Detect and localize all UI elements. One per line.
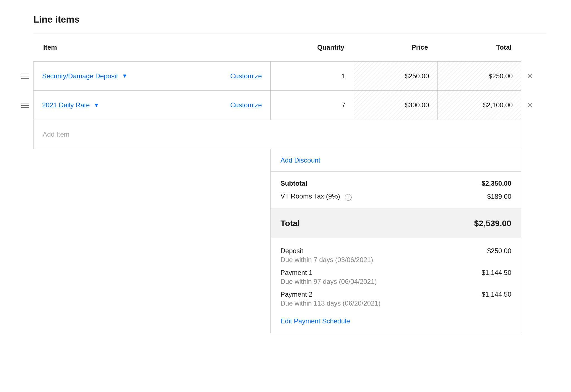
- add-discount-link[interactable]: Add Discount: [280, 156, 320, 164]
- payment-title: Payment 2: [280, 291, 313, 298]
- drag-handle[interactable]: [17, 91, 33, 120]
- add-item-input[interactable]: [42, 130, 513, 139]
- customize-link[interactable]: Customize: [230, 101, 262, 109]
- payment-title: Deposit: [280, 247, 303, 255]
- payment-due: Due within 113 days (06/20/2021): [280, 299, 511, 307]
- edit-payment-schedule-link[interactable]: Edit Payment Schedule: [280, 317, 350, 325]
- tax-label-wrap: VT Rooms Tax (9%) i: [280, 192, 352, 201]
- tax-label: VT Rooms Tax (9%): [280, 192, 340, 200]
- table-header-row: Item Quantity Price Total: [17, 33, 558, 61]
- payment-amount: $1,144.50: [482, 269, 511, 277]
- subtotal-label: Subtotal: [280, 180, 307, 187]
- price-cell: $300.00: [354, 91, 438, 120]
- payment-amount: $1,144.50: [482, 291, 511, 298]
- price-cell: $250.00: [354, 61, 438, 91]
- col-header-price: Price: [354, 43, 438, 51]
- payment-title: Payment 1: [280, 269, 313, 277]
- total-label: Total: [280, 219, 300, 228]
- line-total-cell: $250.00: [438, 61, 521, 91]
- item-name-cell: Security/Damage Deposit ▼ Customize: [33, 61, 270, 91]
- section-title: Line items: [33, 14, 560, 25]
- quantity-cell[interactable]: 7: [270, 91, 354, 120]
- item-name-cell: 2021 Daily Rate ▼ Customize: [33, 91, 270, 120]
- payment-item: Deposit $250.00 Due within 7 days (03/06…: [280, 247, 511, 264]
- payment-amount: $250.00: [487, 247, 511, 255]
- col-header-total: Total: [438, 43, 521, 51]
- drag-handle-icon: [21, 103, 29, 108]
- drag-handle-icon: [21, 74, 29, 79]
- col-header-item: Item: [33, 43, 270, 51]
- total-row: Total $2,539.00: [270, 209, 521, 238]
- drag-handle[interactable]: [17, 61, 33, 91]
- payment-schedule: Deposit $250.00 Due within 7 days (03/06…: [270, 238, 521, 333]
- item-name-link[interactable]: Security/Damage Deposit: [42, 72, 118, 80]
- subtotal-value: $2,350.00: [482, 180, 511, 187]
- chevron-down-icon[interactable]: ▼: [94, 102, 99, 108]
- payment-item: Payment 2 $1,144.50 Due within 113 days …: [280, 291, 511, 307]
- add-item-row: [17, 120, 558, 149]
- summary-panel: Add Discount Subtotal $2,350.00 VT Rooms…: [17, 149, 558, 333]
- line-total-cell: $2,100.00: [438, 91, 521, 120]
- add-discount-row: Add Discount: [270, 149, 521, 172]
- col-header-quantity: Quantity: [270, 43, 354, 51]
- table-row: 2021 Daily Rate ▼ Customize 7 $300.00 $2…: [17, 91, 558, 120]
- subtotal-row: Subtotal $2,350.00 VT Rooms Tax (9%) i $…: [270, 172, 521, 209]
- chevron-down-icon[interactable]: ▼: [122, 73, 127, 79]
- line-items-table: Item Quantity Price Total Security/Damag…: [17, 33, 558, 333]
- total-value: $2,539.00: [474, 219, 511, 228]
- payment-due: Due within 7 days (03/06/2021): [280, 256, 511, 264]
- remove-row-button[interactable]: ✕: [527, 71, 533, 81]
- payment-due: Due within 97 days (06/04/2021): [280, 278, 511, 285]
- close-icon: ✕: [527, 101, 533, 110]
- remove-row-button[interactable]: ✕: [527, 101, 533, 110]
- table-row: Security/Damage Deposit ▼ Customize 1 $2…: [17, 61, 558, 91]
- payment-item: Payment 1 $1,144.50 Due within 97 days (…: [280, 269, 511, 285]
- info-icon[interactable]: i: [345, 194, 352, 201]
- item-name-link[interactable]: 2021 Daily Rate: [42, 101, 90, 109]
- customize-link[interactable]: Customize: [230, 72, 262, 80]
- quantity-cell[interactable]: 1: [270, 61, 354, 91]
- tax-value: $189.00: [487, 193, 511, 200]
- close-icon: ✕: [527, 72, 533, 80]
